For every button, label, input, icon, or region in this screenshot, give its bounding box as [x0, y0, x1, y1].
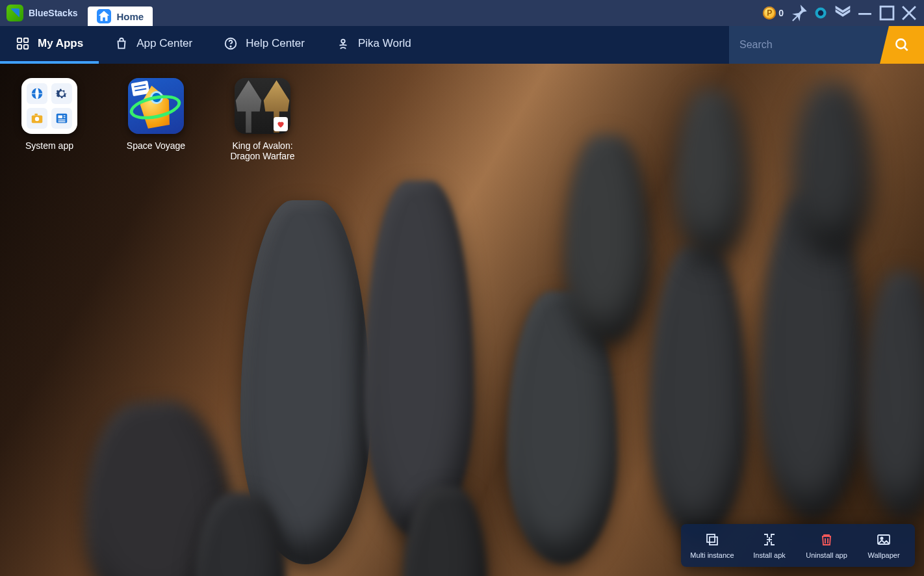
gear-icon — [51, 83, 72, 104]
app-label: System app — [25, 140, 73, 151]
app-grid: System app Space Voyage — [14, 78, 298, 161]
svg-rect-8 — [18, 45, 21, 49]
nav-item-label: Help Center — [246, 37, 305, 50]
brand-label: BlueStacks — [29, 8, 77, 18]
svg-rect-20 — [58, 115, 62, 118]
chess-piece-decoration — [364, 181, 474, 538]
coin-counter[interactable]: P 0 — [763, 7, 784, 20]
collapse-button[interactable] — [832, 3, 854, 23]
chess-piece-decoration — [565, 135, 650, 343]
search-input[interactable] — [729, 26, 880, 64]
nav-item-label: My Apps — [38, 37, 83, 50]
nav-item-app-center[interactable]: App Center — [99, 26, 208, 64]
dock-install-apk[interactable]: Install apk — [741, 528, 798, 563]
dock-multi-instance[interactable]: Multi instance — [684, 528, 741, 563]
dock-uninstall-app[interactable]: Uninstall app — [798, 528, 855, 563]
window: BlueStacks Home P 0 — [0, 0, 924, 576]
search-box — [729, 26, 924, 64]
svg-rect-26 — [710, 537, 717, 545]
svg-point-11 — [230, 46, 231, 47]
dock-label: Uninstall app — [806, 551, 847, 559]
svg-rect-6 — [18, 38, 21, 42]
minimize-button[interactable] — [854, 3, 876, 23]
tab-home-label: Home — [116, 11, 144, 22]
favorite-badge — [274, 117, 288, 131]
navbar: My Apps App Center Help Center Pika Worl… — [0, 26, 924, 64]
chess-piece-decoration — [793, 83, 871, 252]
svg-line-14 — [904, 47, 907, 50]
nav-item-my-apps[interactable]: My Apps — [0, 26, 99, 64]
camera-icon — [27, 108, 47, 129]
svg-point-12 — [341, 40, 345, 44]
chess-piece-decoration — [676, 90, 747, 259]
coin-value: 0 — [778, 8, 784, 18]
dock-label: Install apk — [753, 551, 786, 559]
svg-point-1 — [818, 10, 824, 16]
tab-home[interactable]: Home — [88, 7, 153, 26]
svg-rect-18 — [34, 114, 38, 116]
svg-point-17 — [35, 117, 39, 121]
dock-label: Multi instance — [690, 551, 734, 559]
app-label: Space Voyage — [127, 140, 185, 151]
svg-rect-3 — [880, 7, 893, 20]
svg-rect-22 — [58, 122, 66, 122]
titlebar: BlueStacks Home P 0 — [0, 0, 924, 26]
nav-item-pika-world[interactable]: Pika World — [320, 26, 427, 64]
svg-point-13 — [896, 39, 905, 48]
svg-rect-24 — [64, 117, 66, 118]
knight-icon — [235, 78, 263, 134]
dock-label: Wallpaper — [867, 551, 899, 559]
app-tile — [235, 78, 290, 134]
nav-item-help-center[interactable]: Help Center — [208, 26, 320, 64]
maximize-button[interactable] — [876, 3, 898, 23]
svg-rect-7 — [24, 38, 28, 42]
location-button[interactable] — [810, 3, 832, 23]
home-icon — [97, 9, 111, 23]
dock: Multi instance Install apk Uninstall app… — [681, 524, 915, 567]
pin-button[interactable] — [788, 3, 810, 23]
app-label: King of Avalon: Dragon Warfare — [227, 140, 298, 161]
close-button[interactable] — [898, 3, 920, 23]
app-tile — [128, 78, 184, 134]
chess-piece-decoration — [864, 272, 924, 519]
app-space-voyage[interactable]: Space Voyage — [121, 78, 191, 161]
chess-piece-decoration — [650, 246, 747, 538]
news-icon — [51, 108, 72, 129]
svg-rect-21 — [58, 120, 66, 120]
svg-rect-25 — [707, 534, 715, 542]
brand: BlueStacks — [6, 5, 77, 21]
dock-wallpaper[interactable]: Wallpaper — [855, 528, 912, 563]
app-system[interactable]: System app — [14, 78, 84, 161]
svg-rect-23 — [64, 115, 66, 116]
search-button[interactable] — [880, 26, 924, 64]
app-tile — [21, 78, 77, 134]
desktop[interactable]: System app Space Voyage — [0, 64, 924, 576]
nav-item-label: Pika World — [358, 37, 411, 50]
svg-point-32 — [880, 537, 882, 539]
nav-item-label: App Center — [136, 37, 192, 50]
globe-icon — [27, 83, 47, 104]
svg-rect-9 — [24, 45, 28, 49]
app-king-of-avalon[interactable]: King of Avalon: Dragon Warfare — [227, 78, 298, 161]
bluestacks-logo-icon — [6, 5, 23, 21]
coin-icon: P — [763, 7, 776, 20]
